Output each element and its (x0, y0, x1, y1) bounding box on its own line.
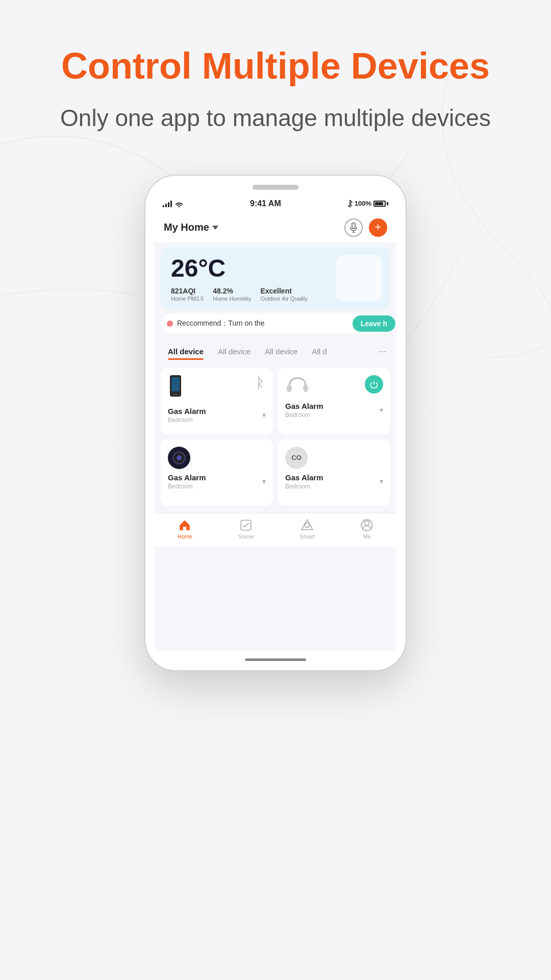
recommend-text: Reccommend：Turn on the (177, 319, 373, 328)
tab-all-device-2[interactable]: All device (211, 344, 258, 359)
svg-point-8 (287, 385, 292, 392)
tab-all-device-4[interactable]: All d (305, 344, 334, 359)
home-nav-icon (178, 519, 191, 532)
bluetooth-icon (347, 200, 353, 208)
humidity-value: 48.2% (213, 287, 251, 295)
svg-point-0 (179, 206, 180, 207)
device-2-power-icon (365, 375, 383, 394)
nav-scene-label: Scene (238, 533, 254, 540)
device-card-2[interactable]: Gas Alarm Bedroom ▾ (278, 368, 390, 434)
svg-rect-1 (352, 223, 355, 229)
recommend-dot (167, 321, 173, 327)
device-card-3[interactable]: Gas Alarm Bedroom ▾ (161, 439, 273, 506)
weather-card: 26°C 821AQI Home PM2.5 48.2% Home Humidi… (161, 247, 390, 309)
home-name: My Home (164, 222, 209, 233)
smart-nav-icon (300, 519, 314, 532)
nav-smart-label: Smart (299, 533, 314, 540)
aqi-value: 821AQI (171, 287, 204, 295)
device-1-status-icon (252, 375, 266, 391)
phone-home-indicator (245, 658, 306, 661)
wifi-icon (174, 200, 184, 207)
device-2-name: Gas Alarm (285, 402, 323, 410)
hero-subtitle: Only one app to manage multiple devices (19, 102, 532, 134)
nav-me[interactable]: Me (360, 519, 373, 540)
device-1-room: Bedroom (168, 416, 206, 424)
weather-stat-aqi: 821AQI Home PM2.5 (171, 287, 204, 302)
svg-marker-11 (302, 520, 313, 529)
home-selector[interactable]: My Home (164, 222, 218, 233)
device-4-chevron: ▾ (380, 477, 383, 485)
phone-mockup: 9:41 AM 100% M (145, 176, 406, 670)
nav-me-label: Me (363, 533, 371, 540)
weather-right-card (336, 255, 382, 301)
device-3-chevron: ▾ (262, 477, 266, 485)
nav-smart[interactable]: Smart (299, 519, 314, 540)
signal-bars-icon (163, 200, 172, 207)
nav-home-label: Home (178, 533, 192, 540)
tab-all-device-1[interactable]: All device (161, 344, 211, 359)
battery-percent: 100% (355, 200, 371, 207)
svg-point-12 (305, 523, 310, 527)
device-4-icon: CO (285, 447, 308, 469)
scene-nav-icon (239, 519, 253, 532)
device-3-room: Bedroom (168, 483, 206, 490)
device-1-chevron: ▾ (262, 411, 266, 419)
device-grid: Gas Alarm Bedroom ▾ (155, 363, 396, 511)
app-topbar: My Home + (155, 212, 396, 242)
device-4-name: Gas Alarm (285, 473, 323, 482)
svg-rect-6 (173, 394, 178, 395)
device-2-room: Bedroom (285, 411, 323, 419)
device-2-icon (285, 375, 310, 398)
status-time: 9:41 AM (250, 199, 281, 208)
mic-button[interactable] (344, 218, 363, 237)
phone-speaker (253, 185, 298, 190)
air-value: Excellent (260, 287, 308, 295)
me-nav-icon (360, 519, 373, 532)
tabs-more-button[interactable]: ··· (374, 343, 390, 360)
status-right: 100% (347, 200, 388, 208)
humidity-label: Home Humidity (213, 296, 251, 302)
svg-point-13 (365, 521, 369, 525)
device-3-name: Gas Alarm (168, 473, 206, 482)
weather-stat-humidity: 48.2% Home Humidity (213, 287, 251, 302)
mic-icon (350, 223, 357, 233)
battery-icon (373, 201, 388, 207)
nav-scene[interactable]: Scene (238, 519, 254, 540)
add-button[interactable]: + (369, 218, 387, 237)
recommendation-bar: Reccommend：Turn on the ✕ Leave h (161, 314, 390, 334)
device-card-1[interactable]: Gas Alarm Bedroom ▾ (161, 368, 273, 434)
air-label: Outdoor Air Quality (260, 296, 308, 302)
device-1-icon (168, 375, 183, 403)
status-left (163, 200, 184, 207)
dropdown-arrow-icon (212, 226, 218, 230)
weather-stat-air: Excellent Outdoor Air Quality (260, 287, 308, 302)
topbar-icons: + (344, 218, 387, 237)
device-2-chevron: ▾ (380, 406, 383, 414)
status-bar: 9:41 AM 100% (155, 197, 396, 212)
hero-title: Control Multiple Devices (31, 46, 520, 86)
aqi-label: Home PM2.5 (171, 296, 204, 302)
tab-all-device-3[interactable]: All device (258, 344, 305, 359)
device-1-name: Gas Alarm (168, 407, 206, 415)
nav-home[interactable]: Home (178, 519, 192, 540)
app-screen: My Home + (155, 212, 396, 651)
svg-point-9 (303, 385, 308, 392)
svg-rect-5 (171, 377, 180, 391)
device-4-room: Bedroom (285, 483, 323, 490)
leave-button[interactable]: Leave h (353, 315, 395, 332)
device-tabs: All device All device All device All d ·… (155, 338, 396, 363)
device-3-icon (168, 447, 190, 469)
device-card-4[interactable]: CO Gas Alarm Bedroom ▾ (278, 439, 390, 506)
bottom-nav: Home Scene Smart (155, 513, 396, 547)
